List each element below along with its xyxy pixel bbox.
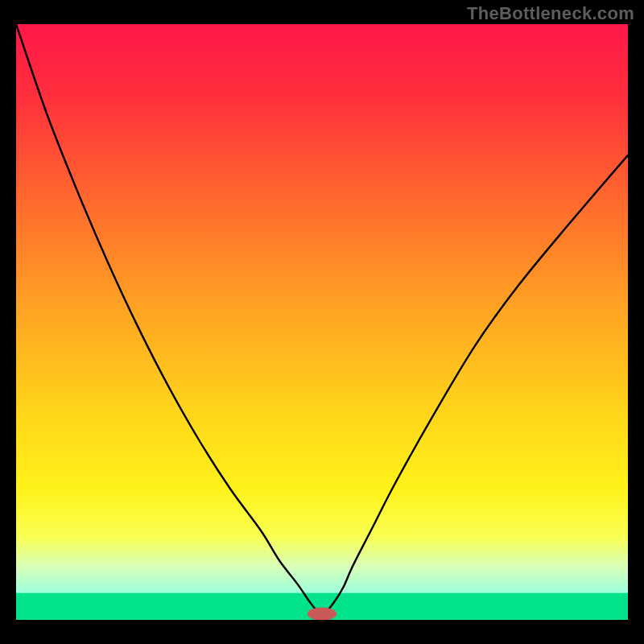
plot-area	[16, 24, 628, 620]
watermark-text: TheBottleneck.com	[467, 3, 634, 24]
chart-frame: TheBottleneck.com	[0, 0, 644, 644]
gradient-background	[16, 24, 628, 620]
optimum-marker	[308, 607, 336, 620]
chart-svg	[16, 24, 628, 620]
